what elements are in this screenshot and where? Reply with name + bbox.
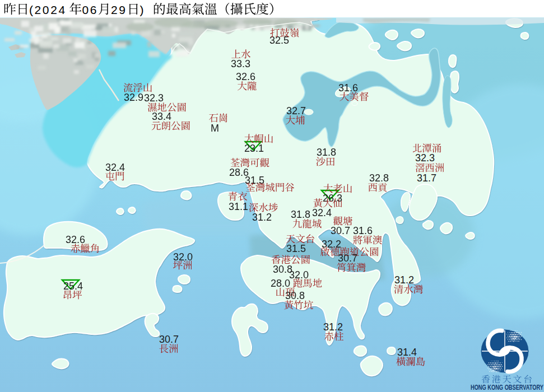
svg-text:31.2: 31.2 bbox=[394, 274, 414, 286]
svg-text:31.4: 31.4 bbox=[397, 347, 417, 358]
svg-text:31.5: 31.5 bbox=[245, 175, 264, 186]
svg-text:25.4: 25.4 bbox=[63, 281, 83, 292]
svg-text:06: 06 bbox=[82, 3, 98, 16]
svg-text:32.4: 32.4 bbox=[312, 207, 332, 218]
svg-text:32.8: 32.8 bbox=[369, 172, 389, 184]
svg-text:(2024: (2024 bbox=[29, 3, 67, 16]
svg-text:30.8: 30.8 bbox=[285, 290, 305, 301]
svg-text:32.6: 32.6 bbox=[236, 71, 255, 82]
svg-text:): ) bbox=[140, 3, 146, 16]
svg-text:32.3: 32.3 bbox=[415, 152, 435, 164]
svg-text:32.6: 32.6 bbox=[66, 234, 85, 245]
svg-text:31.8: 31.8 bbox=[317, 147, 336, 158]
svg-text:28.0: 28.0 bbox=[271, 278, 290, 289]
svg-text:23.1: 23.1 bbox=[244, 143, 264, 154]
svg-text:32.4: 32.4 bbox=[105, 162, 125, 173]
svg-text:30.7: 30.7 bbox=[331, 225, 350, 236]
svg-text:30.7: 30.7 bbox=[159, 334, 179, 345]
svg-text:32.7: 32.7 bbox=[286, 105, 306, 116]
svg-text:30.7: 30.7 bbox=[338, 253, 357, 264]
svg-text:31.2: 31.2 bbox=[252, 212, 272, 223]
svg-text:33.4: 33.4 bbox=[152, 111, 171, 122]
svg-text:31.5: 31.5 bbox=[286, 243, 306, 254]
svg-text:31.2: 31.2 bbox=[323, 321, 343, 333]
svg-text:33.3: 33.3 bbox=[231, 58, 250, 69]
svg-text:31.7: 31.7 bbox=[417, 172, 436, 184]
svg-text:26.3: 26.3 bbox=[323, 193, 342, 204]
svg-text:31.6: 31.6 bbox=[353, 225, 373, 236]
svg-text:32.3: 32.3 bbox=[144, 92, 164, 104]
svg-text:31.6: 31.6 bbox=[338, 82, 358, 94]
svg-text:32.0: 32.0 bbox=[173, 251, 193, 263]
svg-text:29: 29 bbox=[111, 3, 127, 16]
svg-text:31.1: 31.1 bbox=[229, 201, 248, 212]
svg-text:31.8: 31.8 bbox=[291, 209, 310, 220]
svg-text:M: M bbox=[211, 123, 219, 134]
svg-text:HONG KONG OBSERVATORY: HONG KONG OBSERVATORY bbox=[471, 384, 543, 391]
svg-text:32.9: 32.9 bbox=[124, 92, 143, 103]
